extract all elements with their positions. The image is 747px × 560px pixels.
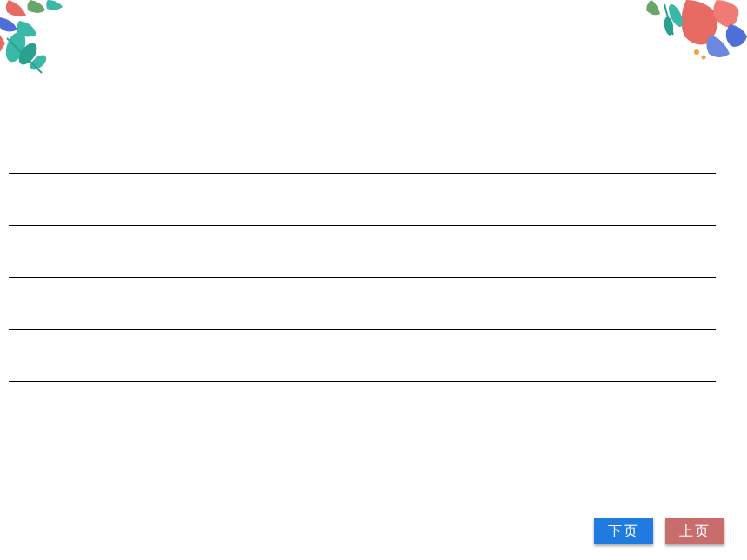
writing-line [9, 278, 716, 330]
nav-buttons: 下页 上页 [594, 518, 724, 544]
writing-line [9, 122, 716, 174]
slide-page: 下页 上页 [0, 0, 747, 560]
writing-line [9, 174, 716, 226]
svg-point-6 [702, 56, 706, 60]
writing-lines [9, 122, 716, 382]
svg-point-5 [694, 49, 699, 55]
next-page-button[interactable]: 下页 [594, 518, 653, 544]
floral-leaves-tr-icon [634, 0, 747, 65]
writing-line [9, 330, 716, 382]
prev-page-button[interactable]: 上页 [665, 518, 724, 544]
floral-leaves-tl-icon [0, 0, 69, 82]
writing-line [9, 226, 716, 278]
